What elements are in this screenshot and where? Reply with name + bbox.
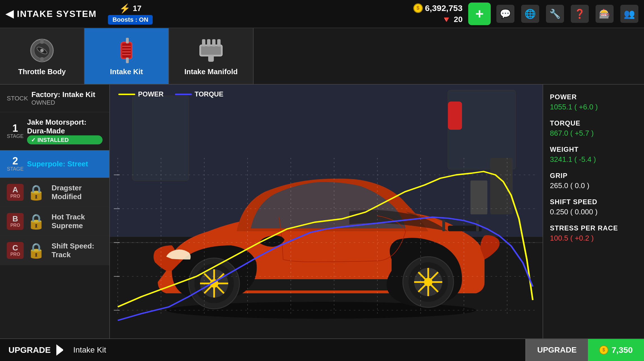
torque-label: TORQUE — [195, 90, 223, 98]
svg-rect-13 — [126, 58, 129, 63]
stock-owned-label: OWNED — [31, 99, 103, 106]
grip-stat-name: GRIP — [550, 172, 637, 180]
bolt-badge: ⚡ 17 — [119, 3, 141, 14]
upgrade-item-proc[interactable]: C PRO 🔒 Shift Speed: Track — [0, 236, 109, 265]
prob-info: Hot Track Supreme — [52, 213, 103, 230]
price-button[interactable]: $ 7,350 — [588, 339, 644, 361]
stage1-name: Jake Motorsport: Dura-Made — [27, 118, 103, 135]
gold-coin-icon: $ — [413, 3, 423, 13]
stress-stat-name: STRESS PER RACE — [550, 224, 637, 232]
svg-rect-18 — [212, 39, 216, 47]
tab-throttle-body-label: Throttle Body — [18, 67, 66, 76]
boosts-badge[interactable]: Boosts : ON — [108, 15, 153, 25]
globe-icon[interactable]: 🌐 — [521, 5, 539, 23]
lock-icon-a: 🔒 — [27, 184, 45, 201]
diamond-amount: 20 — [454, 15, 463, 24]
svg-point-3 — [40, 49, 44, 52]
upgrade-part-name: Intake Kit — [73, 345, 106, 355]
slots-icon[interactable]: 🎰 — [596, 5, 614, 23]
power-stat-name: POWER — [550, 93, 637, 101]
chat-icon[interactable]: 💬 — [496, 5, 514, 23]
weight-stat-value: 3241.1 ( -5.4 ) — [550, 155, 637, 164]
tabs-row: Throttle Body Intake Kit — [0, 28, 644, 85]
svg-rect-15 — [201, 46, 221, 55]
stock-stage-badge: STOCK — [7, 95, 28, 102]
lock-icon-b: 🔒 — [27, 213, 45, 230]
main-content: STOCK Factory: Intake Kit OWNED 1 STAGE … — [0, 85, 644, 338]
stage1-info: Jake Motorsport: Dura-Made ✓ INSTALLED — [27, 118, 103, 144]
torque-stat-value: 867.0 ( +5.7 ) — [550, 129, 637, 138]
installed-badge: ✓ INSTALLED — [27, 135, 103, 144]
upgrade-item-stock[interactable]: STOCK Factory: Intake Kit OWNED — [0, 85, 109, 112]
lock-icon-c: 🔒 — [27, 242, 45, 259]
svg-rect-17 — [207, 39, 210, 47]
weight-stat-name: WEIGHT — [550, 146, 637, 153]
back-arrow-icon: ◀ — [6, 8, 14, 20]
header-right: $ 6,392,753 🔻 20 + 💬 🌐 🔧 ❓ 🎰 👥 — [413, 3, 638, 25]
prob-badge: B PRO — [7, 213, 24, 230]
svg-rect-4 — [40, 39, 44, 44]
page-title: INTAKE SYSTEM — [17, 9, 97, 19]
stage2-badge: 2 STAGE — [7, 156, 24, 172]
stat-grip: GRIP 265.0 ( 0.0 ) — [550, 172, 637, 190]
gold-amount: 6,392,753 — [425, 3, 463, 13]
svg-rect-5 — [40, 57, 44, 62]
play-icon — [56, 344, 68, 356]
stock-info: Factory: Intake Kit OWNED — [31, 90, 103, 106]
svg-rect-12 — [126, 38, 129, 43]
proa-name: Dragster Modified — [52, 184, 103, 201]
throttle-body-icon — [28, 36, 56, 65]
stage2-info: Superpole: Street — [27, 160, 103, 168]
upgrade-button[interactable]: UPGRADE — [525, 339, 588, 361]
torque-legend: TORQUE — [175, 90, 223, 98]
back-button[interactable]: ◀ INTAKE SYSTEM — [6, 8, 97, 20]
upgrade-left: UPGRADE Intake Kit — [0, 344, 525, 356]
price-coin-icon: $ — [599, 345, 608, 355]
stat-shift-speed: SHIFT SPEED 0.250 ( 0.000 ) — [550, 198, 637, 216]
header: ◀ INTAKE SYSTEM ⚡ 17 Boosts : ON $ 6,392… — [0, 0, 644, 28]
svg-rect-19 — [217, 39, 221, 47]
svg-rect-7 — [122, 43, 131, 58]
gold-currency: $ 6,392,753 — [413, 3, 463, 13]
stress-stat-value: 100.5 ( +0.2 ) — [550, 234, 637, 243]
upgrade-item-proa[interactable]: A PRO 🔒 Dragster Modified — [0, 178, 109, 207]
stat-weight: WEIGHT 3241.1 ( -5.4 ) — [550, 146, 637, 164]
left-panel: STOCK Factory: Intake Kit OWNED 1 STAGE … — [0, 85, 110, 338]
svg-rect-16 — [202, 39, 205, 47]
wrench-icon[interactable]: 🔧 — [546, 5, 564, 23]
proc-badge: C PRO — [7, 242, 24, 259]
upgrade-item-stage1[interactable]: 1 STAGE Jake Motorsport: Dura-Made ✓ INS… — [0, 112, 109, 150]
tab-intake-manifold-label: Intake Manifold — [184, 67, 237, 76]
bolt-count: 17 — [133, 4, 141, 13]
tab-intake-kit[interactable]: Intake Kit — [85, 28, 169, 84]
price-value: 7,350 — [612, 345, 633, 355]
power-line-indicator — [118, 94, 135, 95]
torque-stat-name: TORQUE — [550, 119, 637, 127]
car-display: POWER TORQUE — [110, 85, 543, 338]
boost-info: ⚡ 17 Boosts : ON — [108, 3, 153, 25]
intake-manifold-icon — [197, 36, 225, 65]
stat-power: POWER 1055.1 ( +6.0 ) — [550, 93, 637, 111]
currency-block: $ 6,392,753 🔻 20 — [413, 3, 463, 25]
stage2-name: Superpole: Street — [27, 160, 103, 168]
diamond-currency: 🔻 20 — [441, 15, 463, 25]
nav-icons: 💬 🌐 🔧 ❓ 🎰 👥 — [496, 5, 638, 23]
social-icon[interactable]: 👥 — [620, 5, 638, 23]
tab-throttle-body[interactable]: Throttle Body — [0, 28, 85, 84]
upgrade-item-stage2[interactable]: 2 STAGE Superpole: Street — [0, 150, 109, 178]
add-button[interactable]: + — [468, 3, 491, 25]
power-legend: POWER — [118, 90, 164, 98]
tab-intake-manifold[interactable]: Intake Manifold — [169, 28, 254, 84]
garage-background — [110, 85, 543, 338]
stage1-badge: 1 STAGE — [7, 123, 24, 139]
help-icon[interactable]: ❓ — [571, 5, 589, 23]
power-label: POWER — [138, 90, 164, 98]
upgrade-right: UPGRADE $ 7,350 — [525, 339, 644, 361]
upgrade-item-prob[interactable]: B PRO 🔒 Hot Track Supreme — [0, 207, 109, 236]
proc-info: Shift Speed: Track — [52, 242, 103, 259]
stock-name: Factory: Intake Kit — [31, 90, 103, 99]
grip-stat-value: 265.0 ( 0.0 ) — [550, 181, 637, 190]
svg-rect-20 — [208, 56, 214, 62]
power-stat-value: 1055.1 ( +6.0 ) — [550, 103, 637, 111]
center-panel: POWER TORQUE — [110, 85, 543, 338]
